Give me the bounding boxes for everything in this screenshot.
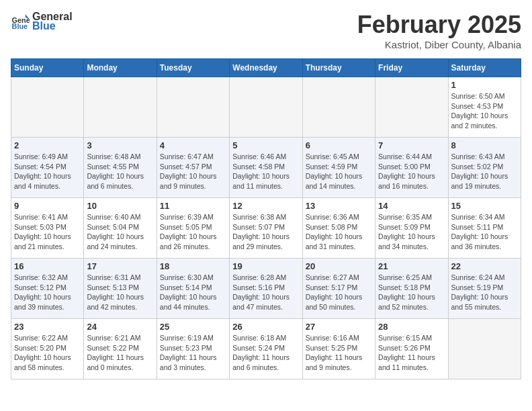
week-row-1: 1Sunrise: 6:50 AM Sunset: 4:53 PM Daylig…	[11, 77, 521, 138]
day-cell: 13Sunrise: 6:36 AM Sunset: 5:08 PM Dayli…	[302, 198, 375, 259]
day-cell: 7Sunrise: 6:44 AM Sunset: 5:00 PM Daylig…	[375, 138, 448, 198]
day-number: 7	[378, 140, 445, 150]
day-number: 25	[160, 322, 226, 332]
day-cell: 3Sunrise: 6:48 AM Sunset: 4:55 PM Daylig…	[84, 138, 157, 198]
subtitle: Kastriot, Diber County, Albania	[357, 39, 521, 50]
day-info: Sunrise: 6:40 AM Sunset: 5:04 PM Dayligh…	[87, 212, 153, 252]
day-info: Sunrise: 6:47 AM Sunset: 4:57 PM Dayligh…	[160, 152, 226, 191]
day-info: Sunrise: 6:21 AM Sunset: 5:22 PM Dayligh…	[87, 333, 153, 373]
day-info: Sunrise: 6:35 AM Sunset: 5:09 PM Dayligh…	[378, 212, 445, 252]
day-info: Sunrise: 6:32 AM Sunset: 5:12 PM Dayligh…	[14, 273, 81, 312]
day-cell: 25Sunrise: 6:19 AM Sunset: 5:23 PM Dayli…	[157, 319, 229, 379]
day-number: 28	[378, 322, 445, 332]
day-cell	[11, 77, 84, 138]
week-row-3: 9Sunrise: 6:41 AM Sunset: 5:03 PM Daylig…	[11, 198, 521, 259]
day-number: 9	[14, 201, 81, 211]
day-info: Sunrise: 6:27 AM Sunset: 5:17 PM Dayligh…	[306, 273, 372, 312]
day-info: Sunrise: 6:15 AM Sunset: 5:26 PM Dayligh…	[378, 333, 445, 373]
day-info: Sunrise: 6:49 AM Sunset: 4:54 PM Dayligh…	[14, 152, 81, 191]
day-info: Sunrise: 6:34 AM Sunset: 5:11 PM Dayligh…	[451, 212, 518, 252]
day-number: 24	[87, 322, 153, 332]
day-number: 3	[87, 140, 153, 150]
day-number: 26	[232, 322, 299, 332]
day-cell: 17Sunrise: 6:31 AM Sunset: 5:13 PM Dayli…	[84, 259, 157, 319]
day-number: 13	[306, 201, 372, 211]
day-cell: 27Sunrise: 6:16 AM Sunset: 5:25 PM Dayli…	[302, 319, 375, 379]
day-number: 14	[378, 201, 445, 211]
title-area: February 2025 Kastriot, Diber County, Al…	[357, 11, 521, 50]
day-info: Sunrise: 6:19 AM Sunset: 5:23 PM Dayligh…	[160, 333, 226, 373]
day-cell: 12Sunrise: 6:38 AM Sunset: 5:07 PM Dayli…	[230, 198, 302, 259]
day-cell: 24Sunrise: 6:21 AM Sunset: 5:22 PM Dayli…	[84, 319, 157, 379]
day-info: Sunrise: 6:24 AM Sunset: 5:19 PM Dayligh…	[451, 273, 518, 312]
day-cell: 22Sunrise: 6:24 AM Sunset: 5:19 PM Dayli…	[448, 259, 521, 319]
day-number: 27	[306, 322, 372, 332]
day-cell: 4Sunrise: 6:47 AM Sunset: 4:57 PM Daylig…	[157, 138, 229, 198]
day-info: Sunrise: 6:31 AM Sunset: 5:13 PM Dayligh…	[87, 273, 153, 312]
day-info: Sunrise: 6:43 AM Sunset: 5:02 PM Dayligh…	[451, 152, 518, 191]
day-info: Sunrise: 6:16 AM Sunset: 5:25 PM Dayligh…	[306, 333, 372, 373]
weekday-header-tuesday: Tuesday	[157, 59, 229, 77]
day-cell	[375, 77, 448, 138]
day-cell: 8Sunrise: 6:43 AM Sunset: 5:02 PM Daylig…	[448, 138, 521, 198]
day-number: 11	[160, 201, 226, 211]
day-info: Sunrise: 6:36 AM Sunset: 5:08 PM Dayligh…	[306, 212, 372, 252]
day-info: Sunrise: 6:48 AM Sunset: 4:55 PM Dayligh…	[87, 152, 153, 191]
day-cell: 20Sunrise: 6:27 AM Sunset: 5:17 PM Dayli…	[302, 259, 375, 319]
day-cell: 9Sunrise: 6:41 AM Sunset: 5:03 PM Daylig…	[11, 198, 84, 259]
day-number: 1	[451, 80, 518, 90]
day-info: Sunrise: 6:25 AM Sunset: 5:18 PM Dayligh…	[378, 273, 445, 312]
day-number: 5	[232, 140, 299, 150]
day-cell	[157, 77, 229, 138]
day-cell	[230, 77, 302, 138]
day-cell: 11Sunrise: 6:39 AM Sunset: 5:05 PM Dayli…	[157, 198, 229, 259]
day-number: 17	[87, 261, 153, 271]
day-info: Sunrise: 6:28 AM Sunset: 5:16 PM Dayligh…	[232, 273, 299, 312]
day-number: 15	[451, 201, 518, 211]
calendar: SundayMondayTuesdayWednesdayThursdayFrid…	[11, 58, 521, 379]
day-cell: 16Sunrise: 6:32 AM Sunset: 5:12 PM Dayli…	[11, 259, 84, 319]
weekday-header-monday: Monday	[84, 59, 157, 77]
day-number: 6	[306, 140, 372, 150]
day-cell	[302, 77, 375, 138]
day-info: Sunrise: 6:41 AM Sunset: 5:03 PM Dayligh…	[14, 212, 81, 252]
week-row-4: 16Sunrise: 6:32 AM Sunset: 5:12 PM Dayli…	[11, 259, 521, 319]
weekday-header-sunday: Sunday	[11, 59, 84, 77]
day-number: 2	[14, 140, 81, 150]
day-info: Sunrise: 6:22 AM Sunset: 5:20 PM Dayligh…	[14, 333, 81, 373]
day-cell	[84, 77, 157, 138]
weekday-header-friday: Friday	[375, 59, 448, 77]
weekday-header-thursday: Thursday	[302, 59, 375, 77]
day-number: 19	[232, 261, 299, 271]
day-number: 4	[160, 140, 226, 150]
day-info: Sunrise: 6:50 AM Sunset: 4:53 PM Dayligh…	[451, 91, 518, 131]
month-title: February 2025	[357, 11, 521, 39]
day-cell: 26Sunrise: 6:18 AM Sunset: 5:24 PM Dayli…	[230, 319, 302, 379]
day-cell: 21Sunrise: 6:25 AM Sunset: 5:18 PM Dayli…	[375, 259, 448, 319]
day-number: 22	[451, 261, 518, 271]
weekday-header-row: SundayMondayTuesdayWednesdayThursdayFrid…	[11, 59, 521, 77]
day-number: 20	[306, 261, 372, 271]
week-row-2: 2Sunrise: 6:49 AM Sunset: 4:54 PM Daylig…	[11, 138, 521, 198]
day-info: Sunrise: 6:39 AM Sunset: 5:05 PM Dayligh…	[160, 212, 226, 252]
day-cell: 23Sunrise: 6:22 AM Sunset: 5:20 PM Dayli…	[11, 319, 84, 379]
svg-text:Blue: Blue	[12, 22, 28, 30]
day-info: Sunrise: 6:46 AM Sunset: 4:58 PM Dayligh…	[232, 152, 299, 191]
day-number: 16	[14, 261, 81, 271]
day-number: 23	[14, 322, 81, 332]
day-cell: 28Sunrise: 6:15 AM Sunset: 5:26 PM Dayli…	[375, 319, 448, 379]
day-cell: 14Sunrise: 6:35 AM Sunset: 5:09 PM Dayli…	[375, 198, 448, 259]
weekday-header-wednesday: Wednesday	[230, 59, 302, 77]
day-number: 21	[378, 261, 445, 271]
header: General Blue General Blue February 2025 …	[11, 11, 521, 50]
day-info: Sunrise: 6:45 AM Sunset: 4:59 PM Dayligh…	[306, 152, 372, 191]
weekday-header-saturday: Saturday	[448, 59, 521, 77]
logo: General Blue General Blue	[11, 11, 73, 32]
day-number: 12	[232, 201, 299, 211]
day-cell: 19Sunrise: 6:28 AM Sunset: 5:16 PM Dayli…	[230, 259, 302, 319]
day-cell: 10Sunrise: 6:40 AM Sunset: 5:04 PM Dayli…	[84, 198, 157, 259]
day-cell	[448, 319, 521, 379]
day-cell: 15Sunrise: 6:34 AM Sunset: 5:11 PM Dayli…	[448, 198, 521, 259]
day-number: 10	[87, 201, 153, 211]
day-cell: 18Sunrise: 6:30 AM Sunset: 5:14 PM Dayli…	[157, 259, 229, 319]
